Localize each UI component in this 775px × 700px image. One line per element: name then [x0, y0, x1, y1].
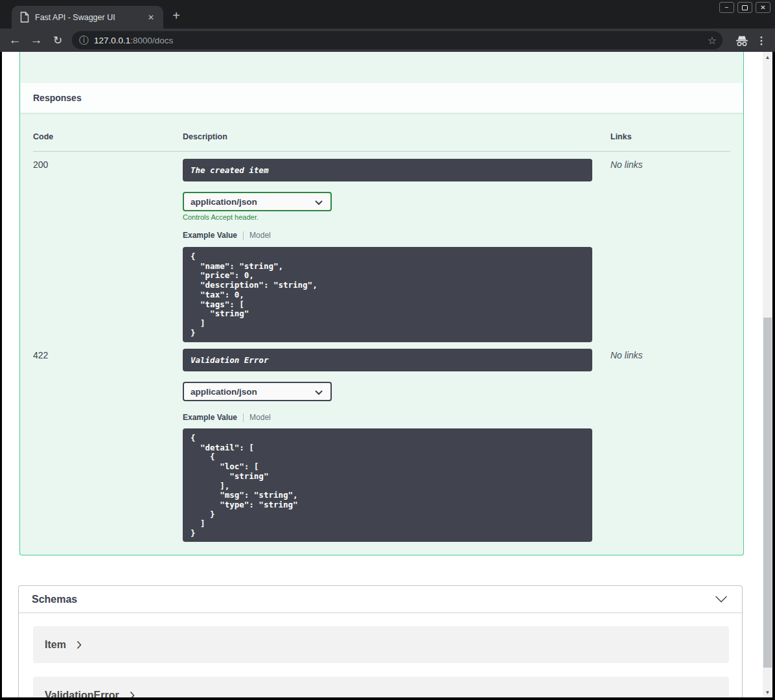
column-header-code: Code — [33, 132, 53, 141]
schemas-header[interactable]: Schemas — [19, 586, 742, 613]
tab-close-icon[interactable]: ✕ — [145, 6, 157, 29]
tab-strip: Fast API - Swagger UI ✕ + − ✕ — [0, 0, 775, 29]
minimize-button[interactable]: − — [719, 2, 734, 13]
media-type-select-200[interactable]: application/json — [183, 192, 332, 211]
tab-model-422[interactable]: Model — [249, 413, 271, 422]
chevron-down-icon — [315, 200, 323, 205]
forward-icon[interactable]: → — [29, 29, 44, 52]
url-host: 127.0.0.1 — [94, 36, 130, 45]
chevron-down-icon[interactable] — [715, 596, 728, 603]
maximize-icon — [742, 5, 748, 10]
schemas-title: Schemas — [32, 594, 715, 605]
responses-section-header: Responses — [20, 83, 743, 113]
info-icon[interactable]: ⓘ — [79, 31, 89, 49]
url-path: :8000/docs — [130, 36, 173, 45]
browser-tab[interactable]: Fast API - Swagger UI ✕ — [12, 6, 163, 29]
column-header-description: Description — [183, 132, 227, 141]
close-button[interactable]: ✕ — [756, 2, 770, 13]
tab-model-200[interactable]: Model — [249, 231, 271, 240]
chevron-down-icon — [315, 390, 323, 395]
schema-name-item: Item — [45, 639, 66, 651]
tab-example-value-200[interactable]: Example Value — [183, 231, 237, 240]
browser-toolbar: ← → ↻ ⓘ 127.0.0.1:8000/docs ☆ ⋮ — [0, 29, 775, 52]
media-type-select-422[interactable]: application/json — [183, 382, 332, 401]
incognito-icon — [735, 29, 749, 52]
tab-example-value-422[interactable]: Example Value — [183, 413, 237, 422]
accept-header-note: Controls Accept header. — [183, 213, 259, 221]
response-description-422: Validation Error — [183, 349, 592, 371]
maximize-button[interactable] — [737, 2, 752, 13]
chevron-right-icon — [76, 640, 82, 649]
document-icon — [20, 12, 29, 25]
new-tab-button[interactable]: + — [167, 6, 185, 25]
response-description-200: The created item — [183, 159, 592, 181]
bookmark-star-icon[interactable]: ☆ — [708, 31, 717, 49]
response-links-422: No links — [610, 350, 643, 360]
window-controls: − ✕ — [719, 2, 770, 13]
example-json-200: { "name": "string", "price": 0, "descrip… — [183, 247, 592, 342]
scroll-down-icon[interactable]: ▼ — [763, 688, 772, 697]
response-code-422: 422 — [33, 350, 48, 360]
browser-window: Fast API - Swagger UI ✕ + − ✕ ← → ↻ ⓘ 12… — [0, 0, 775, 700]
scrollbar-thumb[interactable] — [763, 318, 772, 668]
example-json-422: { "detail": [ { "loc": [ "string" ], "ms… — [183, 428, 592, 542]
column-header-links: Links — [610, 132, 632, 141]
media-type-value-200: application/json — [191, 197, 257, 207]
tab-separator — [243, 231, 244, 240]
opblock-responses: Responses Code Description Links 200 The… — [19, 52, 744, 555]
url-text: 127.0.0.1:8000/docs — [94, 31, 173, 49]
schemas-section: Schemas Item ValidationError — [18, 585, 743, 697]
tab-title: Fast API - Swagger UI — [35, 6, 115, 29]
address-bar[interactable]: ⓘ 127.0.0.1:8000/docs ☆ — [72, 31, 723, 49]
example-model-tabs-200: Example Value Model — [183, 231, 271, 240]
media-type-value-422: application/json — [191, 387, 257, 397]
responses-title: Responses — [33, 93, 82, 103]
back-icon[interactable]: ← — [7, 29, 23, 52]
page-viewport: Responses Code Description Links 200 The… — [2, 52, 772, 697]
response-code-200: 200 — [33, 159, 48, 170]
response-links-200: No links — [610, 159, 643, 170]
example-model-tabs-422: Example Value Model — [183, 413, 271, 422]
schema-validationerror-row[interactable]: ValidationError — [33, 677, 729, 697]
page-scrollbar[interactable]: ▲ ▼ — [763, 52, 772, 697]
tab-separator — [243, 414, 244, 422]
menu-dots-icon[interactable]: ⋮ — [756, 29, 767, 52]
scroll-up-icon[interactable]: ▲ — [763, 52, 772, 62]
chevron-right-icon — [130, 691, 135, 698]
reload-icon[interactable]: ↻ — [50, 29, 65, 52]
schema-name-validationerror: ValidationError — [45, 690, 119, 698]
schema-item-row[interactable]: Item — [33, 626, 729, 663]
table-header-divider — [33, 151, 730, 152]
